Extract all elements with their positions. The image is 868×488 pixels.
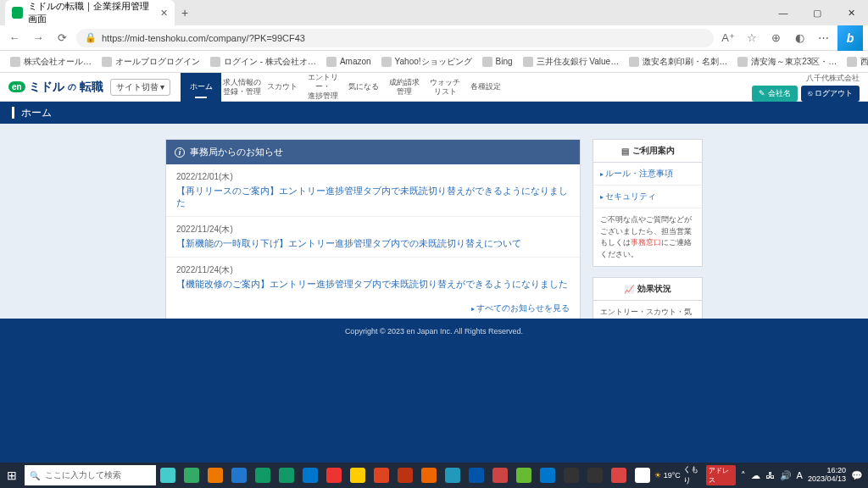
effect-header: 📈効果状況	[593, 278, 702, 301]
ime-indicator[interactable]: A	[797, 470, 803, 480]
taskbar-app[interactable]	[275, 463, 298, 488]
forward-button[interactable]: →	[29, 31, 47, 44]
taskbar-search[interactable]: 🔍 ここに入力して検索	[25, 465, 156, 485]
bookmark-item[interactable]: オールブログログイン	[98, 54, 203, 69]
taskbar-app[interactable]	[488, 463, 512, 488]
network-icon[interactable]: 🖧	[765, 470, 775, 480]
guide-box: ▤ご利用案内 ルール・注意事項 セキュリティ ご不明な点やご質問などがございまし…	[593, 139, 703, 267]
notice-link[interactable]: 【新機能の一時取り下げ】エントリー進捗管理タブ内での未既読切り替えについて	[176, 238, 570, 250]
bookmark-item[interactable]: Amazon	[323, 55, 375, 69]
system-tray: ☀19°C くもり アドレス ˄ ☁ 🖧 🔊 A 16:20 2023/04/1…	[654, 464, 868, 486]
taskbar-app[interactable]	[370, 463, 393, 488]
new-tab-button[interactable]: +	[175, 6, 195, 19]
url-text: https://mid-tenshoku.com/company/?PK=99C…	[102, 33, 305, 43]
taskbar-app[interactable]	[583, 463, 607, 488]
taskbar-app[interactable]	[346, 463, 370, 488]
taskbar-app[interactable]	[417, 463, 441, 488]
taskbar-app[interactable]	[512, 463, 536, 488]
taskbar-app[interactable]	[393, 463, 417, 488]
taskbar-app[interactable]	[298, 463, 322, 488]
notice-date: 2022/12/01(木)	[176, 171, 570, 183]
taskbar-app[interactable]	[251, 463, 275, 488]
bookmark-item[interactable]: 激安名刺印刷・名刺…	[626, 54, 731, 69]
taskbar-app[interactable]	[536, 463, 559, 488]
collections-icon[interactable]: ⊕	[766, 31, 785, 44]
taskbar-app[interactable]	[607, 463, 631, 488]
logo-mark: en	[8, 81, 25, 92]
onedrive-icon[interactable]: ☁	[751, 470, 760, 481]
bookmarks-bar: 株式会社オール…オールブログログインログイン - 株式会社オ…AmazonYah…	[0, 51, 868, 73]
page-title: ホーム	[21, 106, 52, 120]
contact-link[interactable]: 事務窓口	[631, 238, 661, 247]
logout-button[interactable]: ⎋ ログアウト	[801, 86, 860, 102]
notice-link[interactable]: 【再リリースのご案内】エントリー進捗管理タブ内で未既読切り替えができるようになり…	[176, 186, 570, 209]
nav-tab[interactable]: ホーム	[181, 73, 221, 102]
minimize-button[interactable]: —	[766, 0, 800, 25]
page-footer: Copyright © 2023 en Japan Inc. All Right…	[0, 319, 868, 463]
site-switch-dropdown[interactable]: サイト切替 ▾	[110, 79, 171, 96]
windows-taskbar: ⊞ 🔍 ここに入力して検索 ☀19°C くもり アドレス ˄ ☁ 🖧 🔊 A 1…	[0, 463, 868, 488]
taskbar-app[interactable]	[180, 463, 203, 488]
nav-tab[interactable]: 気になる	[343, 73, 384, 102]
nav-tab[interactable]: スカウト	[262, 73, 303, 102]
nav-tab[interactable]: 各種設定	[465, 73, 506, 102]
back-button[interactable]: ←	[5, 31, 24, 44]
news-badge[interactable]: アドレス	[706, 465, 736, 485]
bookmark-item[interactable]: Bing	[479, 55, 516, 69]
close-window-button[interactable]: ✕	[834, 0, 868, 25]
bookmark-item[interactable]: 株式会社オール…	[7, 54, 95, 69]
url-field[interactable]: 🔒 https://mid-tenshoku.com/company/?PK=9…	[76, 29, 714, 47]
start-button[interactable]: ⊞	[0, 463, 25, 488]
notice-date: 2022/11/24(木)	[176, 264, 570, 276]
notifications-icon[interactable]: 💬	[851, 470, 863, 481]
guide-header: ▤ご利用案内	[593, 140, 702, 163]
bookmark-item[interactable]: 西葛メンズエステ Sir…	[843, 54, 868, 69]
taskbar-app[interactable]	[156, 463, 180, 488]
bookmark-favicon	[10, 57, 20, 67]
volume-icon[interactable]: 🔊	[780, 470, 792, 481]
bookmark-item[interactable]: 清安海～東京23区・…	[734, 54, 840, 69]
company-button[interactable]: ✎ 会社名	[752, 86, 798, 102]
guide-link-security[interactable]: セキュリティ	[593, 186, 702, 208]
bookmark-favicon	[210, 57, 220, 67]
browser-tab[interactable]: ミドルの転職｜企業採用管理画面 ✕	[5, 0, 175, 25]
bookmark-favicon	[737, 57, 748, 67]
chart-icon: 📈	[624, 285, 634, 294]
close-tab-icon[interactable]: ✕	[160, 8, 168, 19]
nav-tab[interactable]: エントリー・進捗管理	[303, 73, 343, 102]
bookmark-favicon	[482, 57, 492, 67]
taskbar-app[interactable]	[322, 463, 346, 488]
reload-button[interactable]: ⟳	[53, 31, 71, 44]
menu-button[interactable]: ⋯	[814, 31, 832, 44]
page-header: en ミドルの転職 サイト切替 ▾ ホーム求人情報の登録・管理スカウトエントリー…	[0, 73, 868, 102]
guide-link-rules[interactable]: ルール・注意事項	[593, 163, 702, 186]
tray-chevron-icon[interactable]: ˄	[741, 470, 746, 481]
address-bar: ← → ⟳ 🔒 https://mid-tenshoku.com/company…	[0, 25, 868, 51]
taskbar-app[interactable]	[631, 463, 654, 488]
nav-tab[interactable]: 成約請求管理	[384, 73, 425, 102]
taskbar-app[interactable]	[227, 463, 251, 488]
read-aloud-icon[interactable]: A⁺	[719, 31, 737, 44]
nav-tab[interactable]: 求人情報の登録・管理	[221, 73, 262, 102]
taskbar-apps	[156, 463, 654, 488]
profile-icon[interactable]: ◐	[790, 31, 809, 44]
bookmark-favicon	[102, 57, 112, 67]
maximize-button[interactable]: ▢	[800, 0, 834, 25]
bookmark-item[interactable]: Yahoo!ショッピング	[378, 54, 476, 69]
site-logo[interactable]: en ミドルの転職	[8, 80, 103, 95]
favorite-button[interactable]: ☆	[743, 31, 761, 44]
bookmark-item[interactable]: 三井住友銀行 Value…	[520, 54, 623, 69]
notice-date: 2022/11/24(木)	[176, 224, 570, 236]
weather-widget[interactable]: ☀19°C くもり	[654, 464, 701, 486]
notice-item: 2022/12/01(木)【再リリースのご案内】エントリー進捗管理タブ内で未既読…	[166, 164, 580, 217]
taskbar-app[interactable]	[559, 463, 583, 488]
nav-tab[interactable]: ウォッチリスト	[425, 73, 465, 102]
taskbar-app[interactable]	[203, 463, 227, 488]
bookmark-item[interactable]: ログイン - 株式会社オ…	[207, 54, 320, 69]
taskbar-app[interactable]	[465, 463, 488, 488]
company-label: 八千代株式会社	[806, 73, 860, 84]
notice-link[interactable]: 【機能改修のご案内】エントリー進捗管理タブ内で未既読切り替えができるようになりま…	[176, 279, 570, 291]
bing-button[interactable]: b	[837, 25, 863, 51]
taskbar-app[interactable]	[441, 463, 465, 488]
clock[interactable]: 16:20 2023/04/13	[808, 467, 846, 484]
